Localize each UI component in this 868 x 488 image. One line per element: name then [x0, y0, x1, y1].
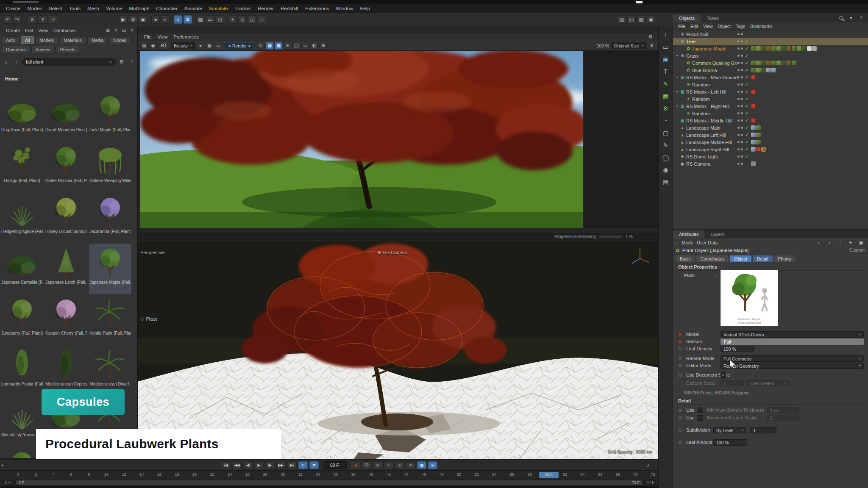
material-swatch[interactable] [756, 46, 761, 51]
panel-menu-icon[interactable]: ≡ [857, 14, 865, 22]
account-icon[interactable]: ◉ [647, 15, 655, 24]
layout-switch-icon[interactable] [636, 1, 643, 3]
visibility-dots[interactable] [737, 148, 745, 150]
camera-icon[interactable]: ◉ [662, 166, 670, 174]
range-end-field[interactable]: 72 F [642, 480, 658, 485]
enabled-check-icon[interactable]: ✓ [745, 39, 751, 44]
menu-redshift[interactable]: Redshift [277, 5, 302, 12]
material-swatch[interactable] [792, 46, 796, 51]
transform-icon[interactable]: + [662, 30, 670, 39]
material-swatch[interactable] [812, 46, 817, 51]
prev-frame-icon[interactable]: ◀| [243, 461, 253, 469]
section-tab-coordinates[interactable]: Coordinates [696, 255, 729, 262]
forward-icon[interactable]: › [825, 238, 834, 247]
volume-icon[interactable]: ▢ [662, 129, 670, 137]
ab-tab-media[interactable]: Media [87, 36, 108, 44]
asset-item-japanese-maple-fall[interactable]: Japanese Maple (Fall, ... [89, 244, 131, 294]
cube-icon[interactable]: ▣ [662, 55, 670, 64]
expand-arrow-icon[interactable]: ▾ [675, 104, 679, 108]
visibility-dots[interactable] [737, 47, 745, 50]
use-document-scale-keyframe-dot[interactable] [679, 374, 682, 377]
visibility-dots[interactable] [737, 98, 745, 100]
redcube-tag-icon[interactable] [751, 75, 756, 80]
asset-item-kanzan-cherry-fall-pl[interactable]: Kanzan Cherry (Fall, Pl... [45, 294, 87, 345]
record-pla-icon[interactable]: ⊞ [428, 461, 437, 469]
menu-tools[interactable]: Tools [66, 5, 84, 12]
expand-arrow-icon[interactable]: ▾ [675, 39, 679, 43]
menu-render[interactable]: Render [254, 5, 277, 12]
search-icon[interactable] [837, 14, 845, 22]
custom-scale-field[interactable]: 1 [721, 380, 744, 386]
visibility-dots[interactable] [737, 163, 745, 165]
current-frame-field[interactable]: 60 F [323, 461, 347, 469]
object-row-landscape-left-hill[interactable]: ▲Landscape Left Hill✓ [673, 131, 868, 139]
object-row-landscape-right-hill[interactable]: ▲Landscape Right Hill✓ [673, 146, 868, 153]
leaf-amount-field[interactable]: 100 % [713, 439, 747, 446]
subdivision-keyframe-dot[interactable] [679, 429, 682, 432]
spline-pen-icon[interactable]: ✎ [662, 80, 670, 88]
browser-settings-icon[interactable]: ⚙ [117, 58, 126, 66]
record-scale-icon[interactable]: ◇ [395, 461, 404, 469]
render-mode-keyframe-dot[interactable] [679, 357, 682, 360]
max-branch-field[interactable]: 3 [767, 415, 799, 421]
crop-icon[interactable]: ▭ [301, 42, 309, 50]
material-swatch[interactable] [797, 46, 801, 51]
min-branch-checkbox[interactable] [698, 408, 703, 413]
visibility-dots[interactable] [737, 105, 745, 107]
min-branch-keyframe-dot[interactable] [679, 409, 682, 412]
redcube-tag-icon[interactable] [751, 118, 756, 123]
redcube-tag-icon[interactable] [756, 147, 761, 152]
magnet-icon[interactable]: ∩ [258, 15, 266, 24]
breadcrumb[interactable]: Home [5, 76, 19, 81]
max-branch-keyframe-dot[interactable] [679, 416, 682, 419]
asset-item-kentia-palm-fall-plant[interactable]: Kentia Palm (Fall, Plant) [89, 294, 131, 345]
go-end-icon[interactable]: ▶| [287, 461, 297, 469]
object-row-japanese-maple[interactable]: ✿Japanese Maple✓ [673, 45, 868, 52]
ab-tab-models[interactable]: Models [35, 36, 58, 44]
axis-y-button[interactable]: Y [38, 15, 47, 24]
cloner-icon[interactable]: ▦ [662, 92, 670, 100]
play-icon[interactable]: ▶ [254, 461, 264, 469]
visibility-dots[interactable] [737, 55, 745, 57]
pixel-grid-icon[interactable]: ▩ [275, 42, 282, 50]
browser-hamburger-icon[interactable]: ≡ [128, 58, 136, 66]
snapshot-icon[interactable]: ▤ [140, 42, 148, 50]
object-row-landscape-main[interactable]: ▲Landscape Main✓ [673, 124, 868, 131]
render-viewport[interactable] [140, 51, 583, 228]
object-row-random[interactable]: ✳Random✓ [673, 81, 868, 88]
next-frame-icon[interactable]: |▶ [265, 461, 275, 469]
beauty-dropdown[interactable]: Beauty▾ [171, 42, 195, 49]
material-swatch[interactable] [807, 46, 812, 51]
range-track[interactable]: 0 F 72 F [16, 480, 642, 485]
phong-tag-icon[interactable] [771, 68, 776, 72]
texture-sel-tag-icon[interactable] [761, 147, 766, 152]
material-swatch[interactable] [751, 46, 756, 51]
pin-icon[interactable]: + [846, 238, 855, 247]
sound-icon[interactable]: ♪ [644, 461, 652, 469]
enabled-check-icon[interactable]: ✓ [745, 82, 751, 87]
menu-extensions[interactable]: Extensions [302, 5, 332, 12]
asset-item-globe-robinia-fall-pl[interactable]: Globe Robinia (Fall, Pl... [45, 142, 87, 193]
size-dropdown[interactable]: Original Size▾ [611, 42, 646, 49]
attr-tab-attributes[interactable]: Attributes [673, 230, 704, 238]
rv-menu-preferences[interactable]: Preferences [170, 34, 201, 40]
clear-search-icon[interactable]: × [109, 59, 112, 64]
visibility-dots[interactable] [737, 62, 745, 64]
enabled-check-icon[interactable]: ✓ [745, 118, 751, 123]
panel-tab-objects[interactable]: Objects [673, 14, 701, 22]
viewport-name-label[interactable]: Perspective [140, 250, 164, 255]
phong-tag-icon[interactable] [766, 68, 771, 72]
material-swatch[interactable] [776, 46, 781, 51]
material-swatch[interactable] [802, 46, 807, 51]
menu-simulate[interactable]: Simulate [206, 5, 231, 12]
object-row-random[interactable]: ✳Random✓ [673, 110, 868, 117]
asset-item-juneberry-fall-plant[interactable]: Juneberry (Fall, Plant) [1, 294, 43, 345]
plant-expand-arrow[interactable]: › [715, 273, 717, 278]
material-swatch[interactable] [787, 61, 791, 65]
prev-key-icon[interactable]: ◀◀ [232, 461, 242, 469]
text-icon[interactable]: T [662, 67, 670, 76]
ab-menu-databases[interactable]: Databases [51, 28, 78, 33]
range-start-field[interactable]: 0 F [0, 480, 16, 485]
material-swatch[interactable] [771, 61, 776, 65]
leaf-amount-keyframe-dot[interactable] [679, 441, 682, 444]
